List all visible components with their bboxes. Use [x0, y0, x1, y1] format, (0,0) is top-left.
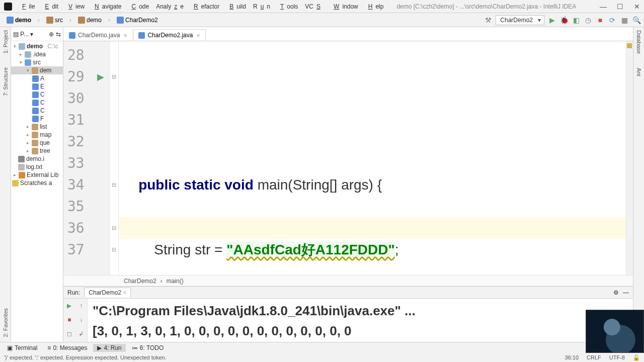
app-logo-icon — [4, 3, 12, 11]
run-hide-icon[interactable]: — — [623, 289, 629, 296]
menu-vcs[interactable]: VCS — [302, 2, 327, 11]
menu-code[interactable]: Code — [125, 2, 152, 11]
crumb-class[interactable]: CharDemo2 — [113, 16, 162, 25]
fold-gutter[interactable]: ⊟ ⊟ ⊟ ⊟ — [110, 41, 119, 275]
project-collapse-icon[interactable]: ⇆ — [56, 31, 61, 38]
window-maximize-icon[interactable]: ☐ — [614, 2, 624, 12]
right-tool-stripe: Database Ant — [633, 27, 644, 342]
menu-help[interactable]: Help — [362, 2, 387, 11]
window-minimize-icon[interactable]: — — [597, 2, 607, 12]
crumb-root[interactable]: demo — [3, 16, 35, 25]
profile-icon[interactable]: ◷ — [584, 16, 593, 25]
bottom-tool-stripe: ▣ Terminal ≡ 0: Messages ▶ 4: Run ≔ 6: T… — [0, 342, 644, 353]
left-tool-stripe: 1: Project 7: Structure 2: Favorites — [0, 27, 11, 342]
run-config-dropdown[interactable]: CharDemo2 — [496, 15, 544, 25]
run-side-toolbar: ▶↑ ■↓ ◻↲ — [63, 299, 88, 342]
down-icon[interactable]: ↓ — [79, 316, 83, 323]
project-view-selector[interactable]: ▤ P... ▾ — [13, 31, 33, 38]
tool-tab-structure[interactable]: 7: Structure — [3, 67, 9, 96]
menu-analyze[interactable]: Analyze — [153, 2, 187, 11]
status-encoding[interactable]: UTF-8 — [609, 354, 625, 361]
debug-bug-icon[interactable]: 🐞 — [559, 16, 569, 25]
line-number-gutter[interactable]: 28 29▶ 30 31 32 33 34 35 36 37 — [63, 41, 110, 275]
stop-icon[interactable]: ■ — [596, 16, 605, 25]
run-tab[interactable]: CharDemo2 × — [84, 288, 131, 297]
run-play-icon[interactable]: ▶ — [547, 16, 556, 25]
gutter-run-icon[interactable]: ▶ — [97, 72, 104, 81]
run-coverage-icon[interactable]: ◧ — [572, 16, 581, 25]
status-caret-pos[interactable]: 36:10 — [565, 354, 579, 361]
code-editor[interactable]: public static void main(String[] args) {… — [119, 41, 626, 275]
stop-icon[interactable]: ■ — [67, 316, 71, 323]
status-message: ')' expected. ';' expected. Expression e… — [4, 354, 167, 360]
project-structure-icon[interactable]: ▦ — [620, 16, 629, 25]
tab-messages[interactable]: ≡ 0: Messages — [43, 344, 91, 352]
editor-area: CharDemo.java✕ CharDemo2.java✕ 28 29▶ 30… — [63, 27, 633, 342]
pin-icon[interactable]: ◻ — [67, 330, 72, 337]
tool-tab-ant[interactable]: Ant — [636, 68, 642, 76]
build-hammer-icon[interactable]: ⚒ — [484, 16, 493, 25]
webcam-overlay — [586, 310, 644, 353]
status-readonly-icon[interactable]: 🔓 — [633, 354, 640, 361]
rerun-icon[interactable]: ▶ — [67, 302, 71, 309]
run-console-output[interactable]: "C:\Program Files\Java\jdk1.8.0_241\bin\… — [88, 299, 633, 342]
tool-tab-favorites[interactable]: 2: Favorites — [3, 308, 9, 337]
menu-refactor[interactable]: Refactor — [188, 2, 222, 11]
main-menu-bar: File Edit View Navigate Code Analyze Ref… — [0, 0, 644, 13]
status-line-sep[interactable]: CRLF — [587, 354, 601, 361]
status-bar: ')' expected. ';' expected. Expression e… — [0, 353, 644, 362]
navigation-bar: demo › src › demo › CharDemo2 ⚒ CharDemo… — [0, 13, 644, 27]
project-locate-icon[interactable]: ⊕ — [49, 31, 54, 38]
tab-todo[interactable]: ≔ 6: TODO — [128, 344, 168, 352]
menu-build[interactable]: Build — [223, 2, 249, 11]
update-icon[interactable]: ⟳ — [608, 16, 617, 25]
run-label: Run: — [67, 289, 80, 296]
editor-tab[interactable]: CharDemo.java✕ — [63, 29, 133, 41]
menu-navigate[interactable]: Navigate — [89, 2, 124, 11]
editor-tab[interactable]: CharDemo2.java✕ — [133, 29, 206, 41]
up-icon[interactable]: ↑ — [79, 302, 83, 309]
menu-window[interactable]: Window — [328, 2, 361, 11]
tool-tab-database[interactable]: Database — [636, 30, 642, 54]
window-close-icon[interactable]: ✕ — [631, 2, 641, 12]
crumb-pkg[interactable]: demo — [74, 16, 105, 25]
window-title-path: demo [C:\czh2\demo] - ...\src\demo\CharD… — [393, 2, 579, 11]
tool-tab-project[interactable]: 1: Project — [3, 30, 9, 53]
crumb-src[interactable]: src — [43, 16, 66, 25]
menu-run[interactable]: Run — [250, 2, 273, 11]
wrap-icon[interactable]: ↲ — [78, 330, 84, 337]
error-stripe[interactable] — [626, 41, 633, 275]
close-icon[interactable]: ✕ — [196, 33, 200, 38]
search-everywhere-icon[interactable]: 🔍 — [632, 16, 641, 25]
run-tool-window: Run: CharDemo2 × ⚙ — ▶↑ ■↓ ◻↲ "C:\Progra… — [63, 286, 633, 342]
menu-view[interactable]: View — [62, 2, 88, 11]
project-tool-window: ▤ P... ▾ ⊕ ⇆ ▾demo C:\c ▸.idea ▾src ▾dem… — [11, 27, 63, 342]
tab-terminal[interactable]: ▣ Terminal — [3, 344, 41, 352]
menu-file[interactable]: File — [16, 2, 38, 11]
menu-tools[interactable]: Tools — [274, 2, 301, 11]
close-icon[interactable]: ✕ — [123, 33, 127, 38]
run-settings-icon[interactable]: ⚙ — [613, 289, 619, 296]
project-tree[interactable]: ▾demo C:\c ▸.idea ▾src ▾dem A E C C C F … — [11, 41, 63, 342]
editor-breadcrumb[interactable]: CharDemo2›main() — [63, 275, 633, 286]
editor-tabs: CharDemo.java✕ CharDemo2.java✕ — [63, 27, 633, 41]
close-icon[interactable]: × — [123, 289, 126, 296]
menu-edit[interactable]: Edit — [39, 2, 61, 11]
tab-run[interactable]: ▶ 4: Run — [93, 344, 125, 352]
